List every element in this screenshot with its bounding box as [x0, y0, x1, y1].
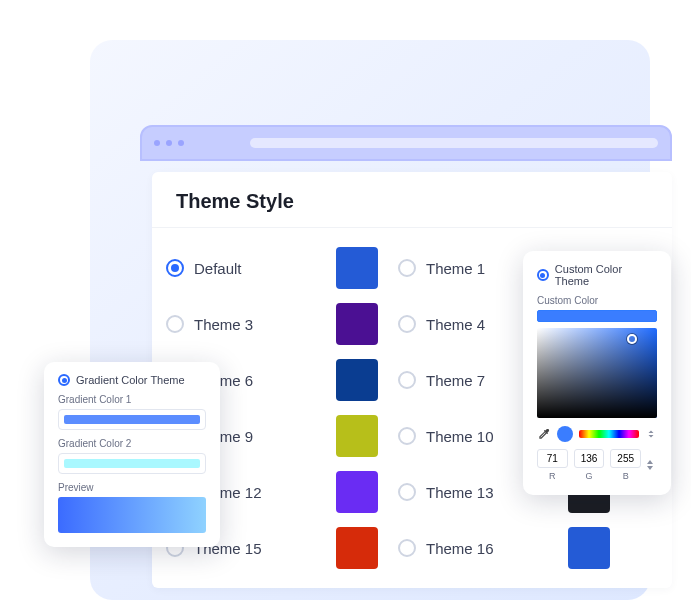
window-dot-icon [154, 140, 160, 146]
rgb-b-input[interactable] [610, 449, 641, 468]
theme-label: Theme 1 [426, 260, 485, 277]
sv-handle-icon[interactable] [627, 334, 637, 344]
custom-color-label: Custom Color [537, 295, 657, 306]
radio-icon[interactable] [398, 483, 416, 501]
gradient-color-1-label: Gradient Color 1 [58, 394, 206, 405]
window-dot-icon [178, 140, 184, 146]
radio-icon[interactable] [398, 371, 416, 389]
theme-swatch-cell [568, 527, 630, 569]
rgb-stepper[interactable] [647, 448, 657, 481]
rgb-b-label: B [610, 471, 641, 481]
card-header: Theme Style [152, 172, 672, 228]
gradient-preview [58, 497, 206, 533]
preview-label: Preview [58, 482, 206, 493]
expand-icon[interactable] [645, 428, 657, 440]
theme-swatch [336, 415, 378, 457]
window-dot-icon [166, 140, 172, 146]
theme-swatch [336, 359, 378, 401]
chevron-down-icon[interactable] [647, 466, 653, 470]
theme-label: Theme 3 [194, 316, 253, 333]
color-bar [64, 459, 200, 468]
gradient-popover-title: Gradient Color Theme [76, 374, 185, 386]
saturation-value-area[interactable] [537, 328, 657, 418]
theme-swatch-cell [336, 415, 398, 457]
radio-selected-icon[interactable] [166, 259, 184, 277]
page-title: Theme Style [176, 190, 648, 213]
custom-popover-title: Custom Color Theme [555, 263, 657, 287]
radio-icon[interactable] [398, 315, 416, 333]
theme-swatch-cell [336, 359, 398, 401]
theme-option[interactable]: Theme 3 [166, 315, 336, 333]
theme-swatch-cell [336, 527, 398, 569]
theme-swatch [336, 471, 378, 513]
theme-label: Default [194, 260, 242, 277]
theme-label: Theme 16 [426, 540, 494, 557]
gradient-color-1-field[interactable] [58, 409, 206, 430]
radio-selected-icon[interactable] [58, 374, 70, 386]
custom-color-swatch[interactable] [537, 310, 657, 322]
radio-icon[interactable] [398, 539, 416, 557]
gradient-theme-popover: Gradient Color Theme Gradient Color 1 Gr… [44, 362, 220, 547]
radio-selected-icon[interactable] [537, 269, 549, 281]
rgb-g-label: G [574, 471, 605, 481]
theme-swatch [336, 303, 378, 345]
theme-label: Theme 7 [426, 372, 485, 389]
browser-chrome [140, 125, 672, 161]
theme-swatch-cell [336, 471, 398, 513]
rgb-r-label: R [537, 471, 568, 481]
theme-label: Theme 13 [426, 484, 494, 501]
hue-slider[interactable] [579, 430, 639, 438]
gradient-color-2-label: Gradient Color 2 [58, 438, 206, 449]
eyedropper-icon[interactable] [537, 427, 551, 441]
theme-option[interactable]: Theme 16 [398, 539, 568, 557]
theme-row: Theme 15Theme 16 [166, 520, 658, 576]
theme-swatch [336, 247, 378, 289]
gradient-color-2-field[interactable] [58, 453, 206, 474]
theme-swatch-cell [336, 247, 398, 289]
theme-swatch [568, 527, 610, 569]
radio-icon[interactable] [398, 427, 416, 445]
custom-color-popover: Custom Color Theme Custom Color R G B [523, 251, 671, 495]
radio-icon[interactable] [166, 315, 184, 333]
theme-swatch-cell [336, 303, 398, 345]
rgb-r-input[interactable] [537, 449, 568, 468]
current-color-dot [557, 426, 573, 442]
chevron-up-icon[interactable] [647, 460, 653, 464]
address-bar-placeholder [250, 138, 658, 148]
radio-icon[interactable] [398, 259, 416, 277]
rgb-g-input[interactable] [574, 449, 605, 468]
theme-swatch [336, 527, 378, 569]
color-bar [64, 415, 200, 424]
theme-label: Theme 4 [426, 316, 485, 333]
theme-label: Theme 10 [426, 428, 494, 445]
theme-option[interactable]: Default [166, 259, 336, 277]
